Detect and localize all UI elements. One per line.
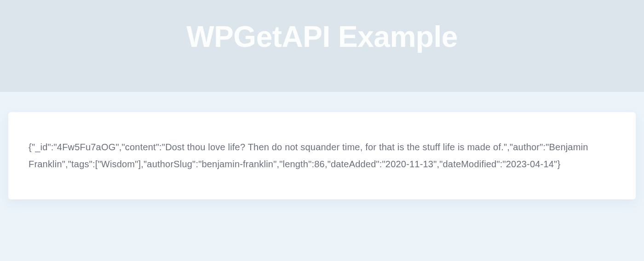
page-title: WPGetAPI Example <box>186 20 458 54</box>
content-card: {"_id":"4Fw5Fu7aOG","content":"Dost thou… <box>8 112 636 199</box>
content-area: {"_id":"4Fw5Fu7aOG","content":"Dost thou… <box>0 92 644 208</box>
header-section: WPGetAPI Example <box>0 0 644 92</box>
json-output: {"_id":"4Fw5Fu7aOG","content":"Dost thou… <box>29 139 615 173</box>
